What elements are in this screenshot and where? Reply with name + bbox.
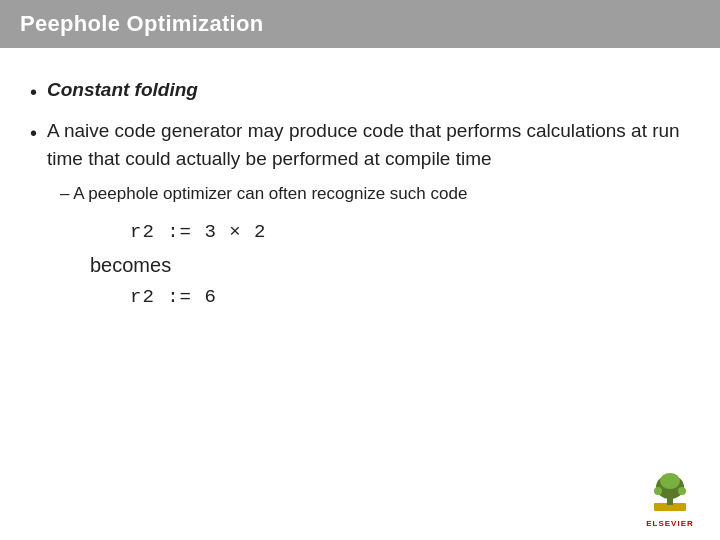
becomes-label: becomes <box>90 254 690 277</box>
code-after: r2 := 6 <box>130 286 217 308</box>
svg-point-3 <box>660 473 680 489</box>
code-before: r2 := 3 × 2 <box>130 221 266 243</box>
bullet-item-2: • A naive code generator may produce cod… <box>30 117 690 172</box>
bullet-item-1: • Constant folding <box>30 76 690 107</box>
slide: Peephole Optimization • Constant folding… <box>0 0 720 540</box>
bullet-text-1: Constant folding <box>47 76 690 104</box>
bullet-text-2: A naive code generator may produce code … <box>47 117 690 172</box>
bullet-list: • Constant folding • A naive code genera… <box>30 76 690 172</box>
elsevier-tree-icon <box>644 471 696 517</box>
elsevier-logo: ELSEVIER <box>638 464 702 528</box>
header-bar: Peephole Optimization <box>0 0 720 48</box>
sub-bullet-text: A peephole optimizer can often recognize… <box>60 182 690 206</box>
bullet-dot-2: • <box>30 119 37 148</box>
code-after-block: r2 := 6 <box>130 283 690 312</box>
code-before-block: r2 := 3 × 2 <box>130 218 690 247</box>
bullet-dot-1: • <box>30 78 37 107</box>
svg-point-4 <box>654 487 662 495</box>
sub-section: A peephole optimizer can often recognize… <box>60 182 690 312</box>
elsevier-label: ELSEVIER <box>646 519 694 528</box>
svg-point-5 <box>678 487 686 495</box>
slide-content: • Constant folding • A naive code genera… <box>0 48 720 340</box>
slide-title: Peephole Optimization <box>20 11 263 37</box>
